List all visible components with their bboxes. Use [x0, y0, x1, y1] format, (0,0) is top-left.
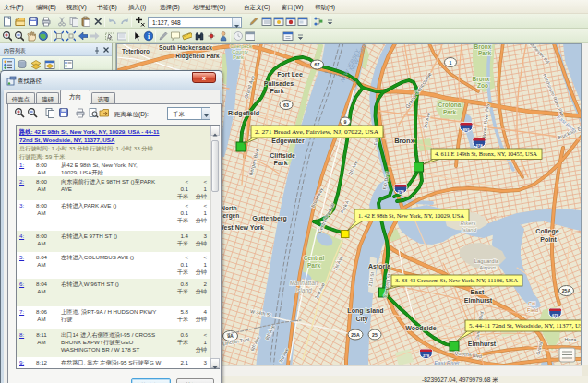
- svg-text:Cliffside: Cliffside: [270, 152, 295, 159]
- svg-text:Bronx: Bronx: [473, 76, 490, 82]
- svg-text:9: 9: [344, 119, 347, 125]
- svg-text:Island: Island: [462, 227, 477, 233]
- svg-text:25A: 25A: [562, 288, 571, 293]
- svg-text:67: 67: [315, 62, 320, 67]
- svg-text:Long Island: Long Island: [347, 307, 383, 315]
- svg-text:Bronx: Bronx: [474, 43, 492, 50]
- svg-text:Manhattan: Manhattan: [290, 280, 318, 286]
- svg-text:South Hackensack: South Hackensack: [159, 44, 212, 51]
- svg-text:Ridgefield: Ridgefield: [228, 110, 259, 117]
- svg-text:Palisades: Palisades: [264, 80, 294, 87]
- svg-text:4. 611 E 149th St, Bronx, N: 4. 611 E 149th St, Bronx, NY, 10455, USA: [435, 150, 538, 157]
- svg-text:Elmhurst: Elmhurst: [468, 341, 497, 347]
- svg-text:Woodside: Woodside: [405, 325, 436, 331]
- svg-text:Central: Central: [304, 255, 325, 261]
- svg-text:North: North: [221, 205, 236, 211]
- svg-text:1: 1: [450, 60, 452, 66]
- svg-text:Hoza: Hoza: [565, 337, 578, 342]
- svg-text:5. 44-11 72nd St, Woodside,: 5. 44-11 72nd St, Woodside, NY, 11377, U…: [469, 322, 582, 329]
- svg-text:Field: Field: [527, 307, 538, 313]
- svg-text:College: College: [535, 228, 558, 235]
- svg-text:Citi: Citi: [528, 301, 535, 306]
- svg-text:Park: Park: [443, 109, 456, 115]
- svg-text:678: 678: [552, 313, 559, 317]
- svg-text:Park: Park: [270, 88, 283, 94]
- svg-text:Guttenberg: Guttenberg: [252, 215, 287, 222]
- svg-text:i: i: [148, 32, 150, 41]
- svg-text:1. 42 E 98th St, New York,: 1. 42 E 98th St, New York, NY, 10029, US…: [358, 212, 465, 219]
- svg-text:2. 271 Broad Ave, Fairview,: 2. 271 Broad Ave, Fairview, NJ, 07022, U…: [255, 128, 379, 135]
- svg-text:63: 63: [283, 102, 289, 108]
- svg-text:East: East: [471, 289, 485, 295]
- svg-text:Park: Park: [307, 262, 320, 269]
- svg-text:Fort Lee: Fort Lee: [277, 71, 303, 78]
- svg-text:Ridgefield Park: Ridgefield Park: [175, 53, 220, 60]
- svg-text:Laguardia: Laguardia: [474, 258, 499, 264]
- svg-text:Park: Park: [478, 50, 491, 56]
- svg-text:City: City: [355, 316, 367, 323]
- svg-text:278: 278: [423, 353, 430, 358]
- svg-text:West New York: West New York: [218, 224, 264, 231]
- svg-text:278: 278: [475, 143, 483, 148]
- svg-text:Zoo: Zoo: [477, 82, 488, 89]
- svg-text:Elmhurst: Elmhurst: [464, 297, 493, 304]
- svg-text:Crotona: Crotona: [438, 102, 462, 108]
- svg-text:Bronx: Bronx: [394, 137, 414, 145]
- svg-text:278: 278: [397, 189, 404, 194]
- svg-text:25A: 25A: [351, 332, 360, 338]
- svg-text:Astoria: Astoria: [368, 263, 390, 269]
- svg-text:Park: Park: [233, 54, 244, 60]
- svg-text:895: 895: [462, 127, 470, 132]
- svg-text:Park: Park: [273, 160, 287, 166]
- svg-text:Edgewater: Edgewater: [271, 138, 305, 145]
- svg-text:3. 33-43 Crescent St, New Yo: 3. 33-43 Crescent St, New York, NY, 1110…: [395, 277, 519, 283]
- svg-text:Teterboro: Teterboro: [122, 48, 150, 54]
- svg-text:Airport: Airport: [479, 265, 496, 270]
- svg-text:Point: Point: [540, 236, 557, 243]
- svg-text:Island: Island: [295, 287, 312, 293]
- svg-text:25: 25: [372, 332, 378, 338]
